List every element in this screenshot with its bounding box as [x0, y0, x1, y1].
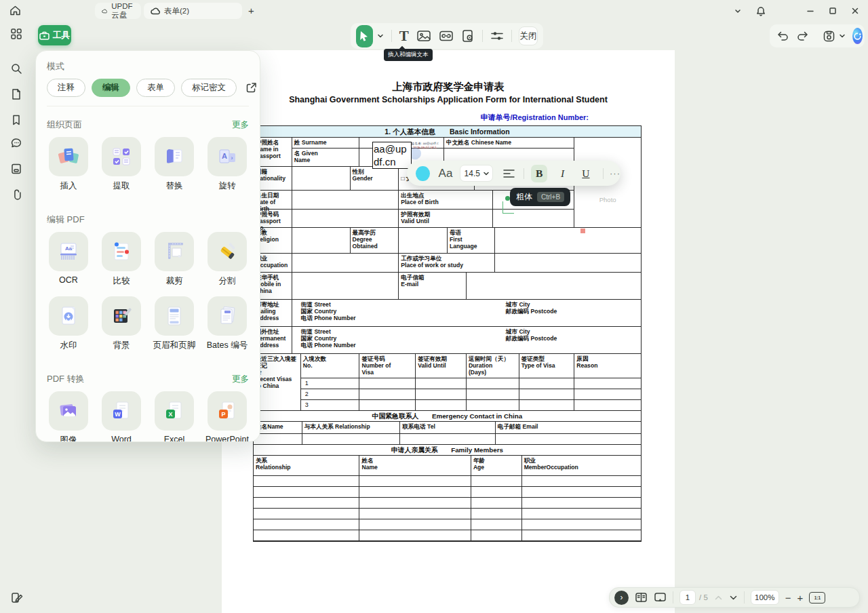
- table-row: [254, 434, 641, 445]
- zoom-in-icon[interactable]: +: [797, 592, 804, 604]
- annotation-marker[interactable]: [580, 229, 585, 233]
- actual-size-icon[interactable]: 1:1: [809, 592, 825, 604]
- svg-text:W: W: [115, 411, 121, 418]
- zoom-out-icon[interactable]: −: [785, 592, 791, 604]
- window-maximize-button[interactable]: [828, 6, 837, 16]
- tab-form-document[interactable]: 表单(2): [144, 3, 242, 19]
- underline-button[interactable]: U: [578, 165, 594, 182]
- previous-page-icon[interactable]: [714, 595, 723, 601]
- form-fields-icon[interactable]: [10, 163, 22, 175]
- redo-icon[interactable]: [796, 31, 809, 41]
- replace-icon: [155, 137, 194, 176]
- close-edit-mode-button[interactable]: 关闭: [519, 26, 538, 45]
- tool-replace[interactable]: 替换: [153, 137, 196, 192]
- open-in-window-icon[interactable]: [245, 81, 258, 94]
- page-number-input[interactable]: 1: [679, 590, 696, 605]
- mode-chip-标记密文[interactable]: 标记密文: [181, 79, 237, 97]
- tool-image[interactable]: 图像: [47, 391, 90, 442]
- link-tool-icon[interactable]: [439, 29, 454, 43]
- undo-icon[interactable]: [776, 31, 789, 41]
- tool-word[interactable]: WWord: [100, 391, 143, 442]
- tool-crop[interactable]: 裁剪: [153, 232, 196, 287]
- ai-assistant-icon[interactable]: [852, 28, 863, 44]
- mode-chip-表单[interactable]: 表单: [136, 79, 175, 97]
- text-tool-icon[interactable]: T: [399, 28, 409, 45]
- table-row: 邮寄地址MailingAddress街道 Street国家 Country电话 …: [254, 300, 641, 327]
- attachments-paperclip-icon[interactable]: [10, 189, 22, 201]
- table-cell: [471, 498, 522, 509]
- search-icon[interactable]: [10, 62, 22, 75]
- save-options-chevron-icon[interactable]: [839, 33, 846, 39]
- tool-rotate[interactable]: A›旋转: [205, 137, 249, 192]
- stylus-tools-icon[interactable]: [10, 591, 24, 605]
- svg-text:P: P: [221, 411, 225, 418]
- apps-grid-icon[interactable]: [10, 28, 22, 40]
- section-more-link[interactable]: 更多: [232, 374, 249, 385]
- font-size-select[interactable]: 14.5: [460, 165, 493, 182]
- tool-label: Excel: [164, 435, 185, 442]
- font-color-swatch[interactable]: [416, 166, 430, 181]
- mode-chips-row: 注释编辑表单标记密文: [47, 79, 249, 97]
- table-cell: 1. 个人基本信息 Basic Information: [254, 126, 641, 138]
- next-page-icon[interactable]: [729, 595, 738, 601]
- tool-bates[interactable]: Bates 编号: [205, 296, 249, 351]
- page-layout-icon[interactable]: [635, 592, 648, 603]
- save-icon[interactable]: [823, 30, 835, 43]
- tools-button[interactable]: 工具: [38, 25, 71, 45]
- tool-watermark[interactable]: 水印: [47, 296, 90, 351]
- zoom-level-input[interactable]: 100%: [751, 590, 779, 605]
- bold-button[interactable]: B: [531, 165, 547, 182]
- tool-background[interactable]: 背景: [100, 296, 143, 351]
- table-cell: [254, 530, 359, 541]
- tool-ocr[interactable]: AaOCR: [47, 232, 90, 287]
- presentation-mode-icon[interactable]: [654, 592, 667, 603]
- section-more-link[interactable]: 更多: [232, 119, 249, 131]
- new-tab-button[interactable]: +: [248, 5, 254, 16]
- align-icon[interactable]: [503, 169, 515, 178]
- tool-extract[interactable]: 提取: [100, 137, 143, 192]
- home-icon[interactable]: [9, 4, 22, 17]
- text-edit-box[interactable]: aa@updf.cn: [372, 142, 412, 169]
- bookmarks-icon[interactable]: [10, 114, 22, 126]
- tool-label: 页眉和页脚: [153, 340, 196, 351]
- properties-sliders-icon[interactable]: [490, 30, 504, 42]
- panel-section-head: 编辑 PDF: [47, 214, 249, 226]
- table-cell: [574, 210, 641, 228]
- notifications-bell-icon[interactable]: [755, 6, 766, 17]
- tool-card-grid: AaOCR比较裁剪分割水印背景页眉和页脚Bates 编号: [47, 232, 249, 361]
- table-cell: [471, 509, 522, 519]
- mode-chip-编辑[interactable]: 编辑: [92, 79, 130, 97]
- table-cell: 签证类型Type of Visa: [519, 354, 575, 378]
- page-thumbnails-icon[interactable]: [10, 88, 22, 100]
- tool-ppt[interactable]: PPowerPoint: [205, 391, 249, 442]
- tool-split[interactable]: 分割: [205, 232, 249, 287]
- italic-button[interactable]: I: [554, 165, 570, 182]
- page-navigation-bar: › 1 / 5 100% − + 1:1: [609, 587, 860, 608]
- table-cell: [574, 138, 641, 149]
- tool-headerfooter[interactable]: 页眉和页脚: [153, 296, 196, 351]
- mode-chip-注释[interactable]: 注释: [47, 79, 85, 97]
- split-icon: [208, 232, 247, 271]
- tab-updf-cloud[interactable]: UPDF 云盘: [95, 3, 141, 19]
- attachment-place-tool-icon[interactable]: [461, 29, 475, 43]
- tool-excel[interactable]: XExcel: [153, 391, 196, 442]
- font-size-value: 14.5: [465, 169, 480, 178]
- window-minimize-button[interactable]: [806, 6, 815, 16]
- collapse-bar-icon[interactable]: ›: [614, 591, 629, 605]
- insert-icon: [49, 137, 88, 176]
- comments-icon[interactable]: [10, 137, 23, 150]
- word-icon: W: [102, 391, 141, 431]
- table-cell: [292, 254, 399, 273]
- select-tool-chevron-icon[interactable]: [377, 33, 384, 39]
- tool-compare[interactable]: 比较: [100, 232, 143, 287]
- tool-insert[interactable]: 插入: [47, 137, 90, 192]
- chevron-down-icon[interactable]: [733, 6, 743, 16]
- window-close-button[interactable]: [850, 6, 860, 16]
- select-tool-button[interactable]: [356, 25, 373, 47]
- more-options-icon[interactable]: ···: [610, 168, 620, 178]
- table-cell: 性别Gender: [351, 167, 399, 191]
- font-family-button[interactable]: Aa: [439, 167, 453, 180]
- table-cell: [359, 378, 416, 389]
- selection-handle[interactable]: [505, 196, 510, 201]
- image-tool-icon[interactable]: [416, 29, 431, 43]
